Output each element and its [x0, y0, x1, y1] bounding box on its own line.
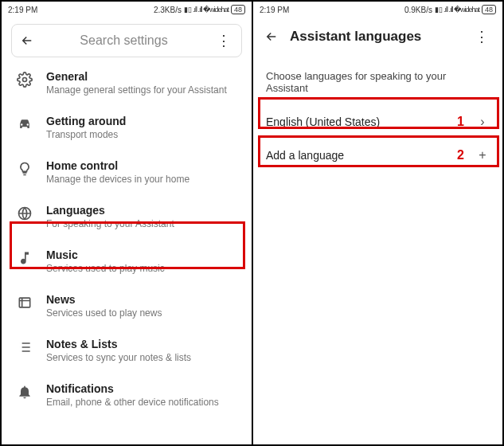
signal-icon: ▮ ▯ .ıll .ıll �widehat	[184, 6, 229, 14]
item-title: Notes & Lists	[46, 338, 240, 350]
item-notes-lists[interactable]: Notes & ListsServices to sync your notes…	[2, 328, 252, 373]
music-icon	[16, 248, 33, 266]
settings-pane: 2:19 PM 2.3KB/s ▮ ▯ .ıll .ıll �widehat 4…	[2, 2, 253, 444]
status-net: 0.9KB/s	[404, 6, 432, 14]
search-placeholder: Search settings	[42, 33, 205, 48]
back-icon[interactable]	[20, 33, 34, 48]
item-sub: Services used to play news	[46, 307, 240, 319]
svg-rect-2	[19, 298, 29, 307]
item-sub: Email, phone & other device notification…	[46, 397, 240, 408]
item-title: News	[46, 293, 240, 306]
item-sub: Manage the devices in your home	[46, 174, 240, 185]
item-title: Getting around	[46, 115, 240, 127]
item-title: Music	[46, 248, 240, 261]
item-music[interactable]: MusicServices used to play music	[2, 239, 252, 284]
item-sub: Transport modes	[46, 129, 240, 140]
row-primary-language[interactable]: English (United States) 1 ›	[253, 105, 502, 139]
item-title: Home control	[46, 159, 240, 172]
search-input[interactable]: Search settings ⋮	[11, 24, 242, 57]
row-label: Add a language	[266, 149, 451, 162]
languages-pane: 2:19 PM 0.9KB/s ▮ ▯ .ıll .ıll �widehat 4…	[253, 2, 502, 444]
status-bar: 2:19 PM 0.9KB/s ▮ ▯ .ıll .ıll �widehat 4…	[253, 2, 502, 18]
item-notifications[interactable]: NotificationsEmail, phone & other device…	[2, 373, 252, 417]
item-getting-around[interactable]: Getting aroundTransport modes	[2, 105, 252, 150]
item-title: Notifications	[46, 382, 240, 395]
page-title: Assistant languages	[290, 29, 460, 45]
battery-icon: 48	[231, 5, 245, 14]
list-icon	[16, 338, 33, 355]
instruction: Choose languages for speaking to your As…	[253, 56, 502, 105]
globe-icon	[16, 204, 33, 221]
annotation-1: 1	[457, 115, 469, 129]
item-sub: Services used to play music	[46, 263, 240, 274]
news-icon	[16, 293, 33, 311]
status-time: 2:19 PM	[260, 6, 289, 14]
item-general[interactable]: GeneralManage general settings for your …	[2, 61, 252, 105]
item-news[interactable]: NewsServices used to play news	[2, 284, 252, 328]
annotation-2: 2	[457, 148, 469, 162]
car-icon	[16, 115, 33, 132]
row-label: English (United States)	[266, 115, 451, 128]
item-languages[interactable]: LanguagesFor speaking to your Assistant	[2, 194, 252, 239]
header: Assistant languages ⋮	[253, 18, 502, 56]
back-icon[interactable]	[264, 29, 279, 44]
status-bar: 2:19 PM 2.3KB/s ▮ ▯ .ıll .ıll �widehat 4…	[2, 2, 252, 18]
svg-point-0	[23, 78, 27, 82]
status-time: 2:19 PM	[8, 6, 37, 14]
bulb-icon	[16, 159, 33, 177]
item-sub: Services to sync your notes & lists	[46, 352, 240, 363]
settings-list: GeneralManage general settings for your …	[2, 61, 252, 444]
item-title: Languages	[46, 204, 240, 217]
item-title: General	[46, 70, 240, 83]
battery-icon: 48	[482, 5, 496, 14]
gear-icon	[16, 70, 33, 88]
signal-icon: ▮ ▯ .ıll .ıll �widehat	[435, 6, 479, 14]
item-sub: For speaking to your Assistant	[46, 218, 240, 229]
status-net: 2.3KB/s	[154, 6, 182, 14]
chevron-right-icon: ›	[475, 115, 490, 129]
plus-icon: +	[475, 148, 490, 162]
item-sub: Manage general settings for your Assista…	[46, 84, 240, 96]
bell-icon	[16, 382, 33, 400]
item-home-control[interactable]: Home controlManage the devices in your h…	[2, 150, 252, 194]
row-add-language[interactable]: Add a language 2 +	[253, 139, 502, 172]
